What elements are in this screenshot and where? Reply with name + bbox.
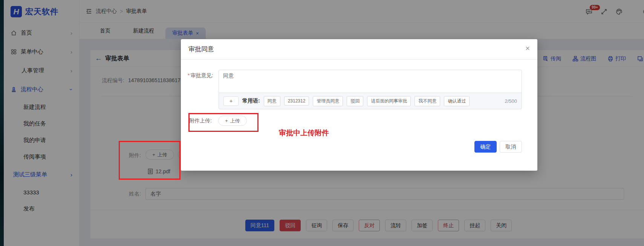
phrase-chip[interactable]: 2312312 [284, 96, 309, 105]
phrase-chip[interactable]: 请后面的同事审批 [367, 96, 411, 106]
modal-upload-button[interactable]: + 上传 [218, 116, 247, 126]
annotation-text: 审批中上传附件 [279, 128, 329, 138]
phrase-chip[interactable]: 确认通过 [444, 96, 470, 106]
opinion-textarea[interactable]: 同意 [219, 70, 522, 93]
common-phrases-bar: + 常用语: 同意 2312312 管理员同意 驳回 请后面的同事审批 我不同意… [219, 93, 522, 109]
plus-icon: + [225, 118, 228, 124]
phrase-chip[interactable]: 我不同意 [415, 96, 440, 106]
upload-button-label: 上传 [230, 118, 240, 124]
confirm-button[interactable]: 确定 [474, 141, 497, 153]
common-phrases-label: 常用语: [242, 98, 260, 104]
cancel-button[interactable]: 取消 [500, 141, 522, 153]
add-phrase-button[interactable]: + [223, 96, 239, 106]
phrase-chip[interactable]: 管理员同意 [313, 96, 343, 106]
required-mark: * [188, 72, 190, 78]
close-icon[interactable]: × [525, 44, 530, 52]
modal-header: 审批同意 × [181, 39, 537, 60]
modal-title: 审批同意 [188, 45, 214, 53]
phrase-chip[interactable]: 同意 [264, 96, 280, 106]
char-counter: 2/500 [505, 98, 517, 104]
opinion-label-text: 审批意见: [190, 72, 213, 78]
approval-agree-modal: 审批同意 × *审批意见: 同意 + 常用语: 同意 2312312 管理员同意… [181, 39, 537, 171]
modal-upload-label: 附件上传: [189, 118, 212, 124]
phrase-chip[interactable]: 驳回 [347, 96, 363, 106]
opinion-field-label: *审批意见: [188, 72, 213, 79]
